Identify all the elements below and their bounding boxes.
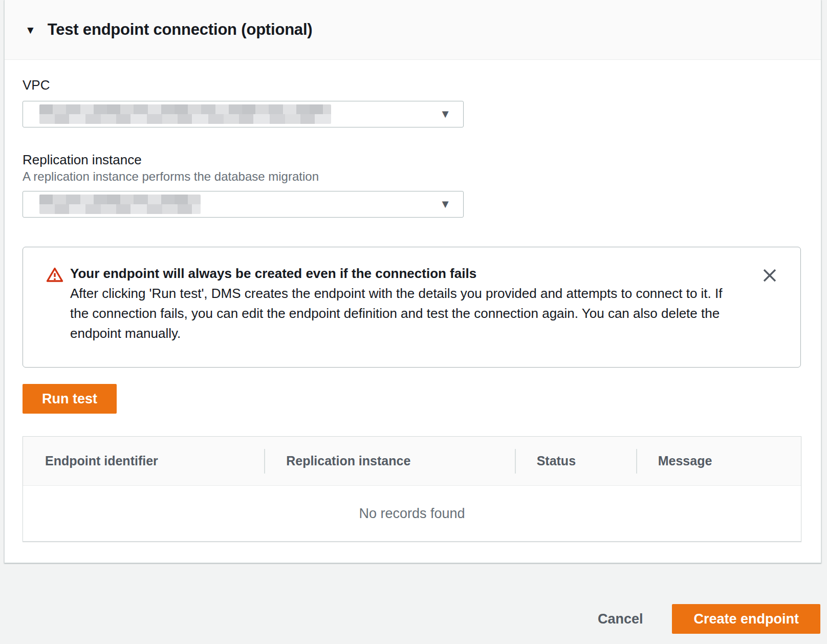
section-content: VPC ▼ Replication instance A replication… (5, 60, 821, 542)
test-endpoint-connection-panel: ▼ Test endpoint connection (optional) VP… (4, 0, 821, 563)
chevron-down-icon: ▼ (440, 199, 451, 210)
connection-test-results-table: Endpoint identifier Replication instance… (23, 436, 801, 542)
column-header-message: Message (636, 437, 801, 485)
column-header-status: Status (515, 437, 636, 485)
section-header[interactable]: ▼ Test endpoint connection (optional) (5, 0, 821, 60)
run-test-button[interactable]: Run test (23, 384, 117, 414)
vpc-selected-value-redacted (39, 104, 331, 124)
warning-alert: Your endpoint will always be created eve… (23, 247, 801, 368)
section-title: Test endpoint connection (optional) (48, 20, 313, 39)
dismiss-warning-button[interactable] (761, 268, 778, 284)
create-endpoint-button[interactable]: Create endpoint (672, 604, 820, 634)
vpc-field: VPC ▼ (23, 77, 803, 127)
close-icon (762, 268, 777, 285)
chevron-down-icon: ▼ (440, 109, 451, 120)
vpc-select[interactable]: ▼ (23, 101, 464, 127)
table-header-row: Endpoint identifier Replication instance… (23, 437, 801, 486)
table-empty-message: No records found (359, 506, 465, 522)
warning-content: Your endpoint will always be created eve… (70, 264, 735, 344)
replication-instance-field: Replication instance A replication insta… (23, 152, 803, 218)
replication-instance-label: Replication instance (23, 152, 803, 167)
column-header-replication-instance: Replication instance (264, 437, 514, 485)
form-actions: Cancel Create endpoint (598, 604, 820, 634)
replication-instance-selected-value-redacted (39, 195, 201, 214)
warning-body: After clicking 'Run test', DMS creates t… (70, 284, 735, 344)
warning-title: Your endpoint will always be created eve… (70, 264, 735, 284)
cancel-button[interactable]: Cancel (598, 611, 643, 627)
replication-instance-select[interactable]: ▼ (23, 191, 464, 218)
column-header-endpoint-identifier: Endpoint identifier (23, 437, 264, 485)
warning-triangle-icon (46, 267, 63, 285)
table-body: No records found (23, 486, 801, 541)
replication-instance-description: A replication instance performs the data… (23, 169, 803, 184)
vpc-label: VPC (23, 77, 803, 93)
collapse-caret-icon: ▼ (25, 25, 36, 35)
